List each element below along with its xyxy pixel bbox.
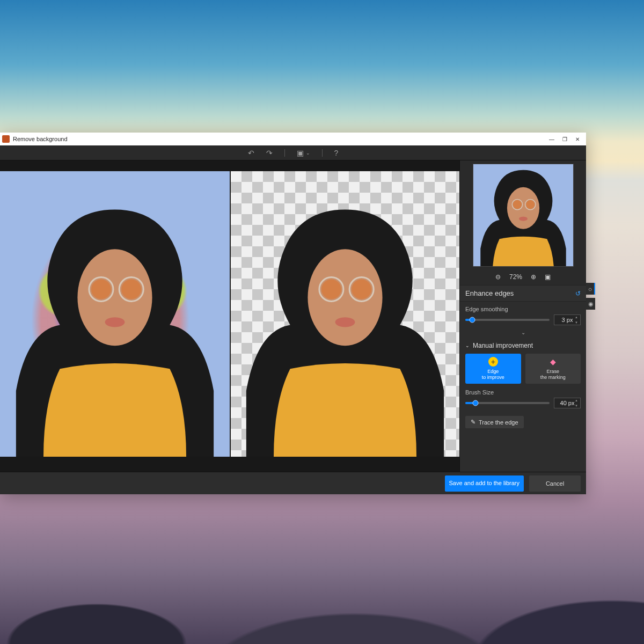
chevron-down-icon: ⌄ bbox=[465, 343, 470, 348]
brush-size-value[interactable]: 40 px ▲▼ bbox=[554, 398, 581, 408]
save-button[interactable]: Save and add to the library bbox=[445, 475, 524, 492]
zoom-out-icon[interactable]: ⊖ bbox=[495, 273, 501, 281]
trace-edge-button[interactable]: ✎ Trace the edge bbox=[465, 416, 524, 428]
maximize-button[interactable]: ❐ bbox=[558, 134, 571, 144]
view-mode-icon[interactable]: ▣ ⌄ bbox=[297, 149, 310, 157]
close-button[interactable]: ✕ bbox=[571, 134, 584, 144]
erase-marking-tool[interactable]: ◆ Erase the marking bbox=[525, 354, 581, 384]
edge-to-improve-tool[interactable]: + Edge to improve bbox=[465, 354, 521, 384]
svg-point-16 bbox=[526, 200, 535, 209]
svg-point-10 bbox=[352, 280, 371, 299]
app-window: Remove background — ❐ ✕ ↶ ↷ ▣ ⌄ ? bbox=[0, 133, 586, 494]
app-icon bbox=[2, 135, 10, 143]
footer-bar: Save and add to the library Cancel bbox=[0, 472, 586, 494]
svg-point-4 bbox=[121, 280, 141, 299]
preview-zoom-controls: ⊖ 72% ⊕ ▣ bbox=[460, 270, 586, 285]
svg-point-3 bbox=[91, 280, 111, 299]
stepper-icon[interactable]: ▲▼ bbox=[575, 316, 579, 324]
desktop-mountains bbox=[0, 472, 644, 644]
manual-improvement-header[interactable]: ⌄ Manual improvement bbox=[465, 340, 581, 354]
navigator-preview[interactable] bbox=[473, 164, 574, 267]
pencil-icon: ✎ bbox=[471, 419, 475, 426]
top-toolbar: ↶ ↷ ▣ ⌄ ? bbox=[0, 145, 586, 160]
canvas-area bbox=[0, 160, 459, 472]
window-title: Remove background bbox=[13, 136, 68, 142]
undo-icon[interactable]: ↶ bbox=[248, 149, 254, 157]
right-panel: ⊖ 72% ⊕ ▣ Enhance edges ↺ Edge smoothing bbox=[459, 160, 586, 472]
plus-circle-icon: + bbox=[488, 357, 498, 367]
expand-chevron-icon[interactable]: ⌄ bbox=[465, 328, 581, 340]
brush-size-slider[interactable] bbox=[465, 402, 550, 404]
subject-right bbox=[231, 171, 459, 457]
cancel-button[interactable]: Cancel bbox=[529, 475, 581, 492]
svg-point-17 bbox=[519, 217, 528, 221]
svg-point-11 bbox=[335, 317, 355, 327]
svg-point-15 bbox=[513, 200, 521, 209]
enhance-edges-title: Enhance edges bbox=[465, 289, 514, 297]
toolbar-separator bbox=[284, 149, 285, 157]
desktop-background: Remove background — ❐ ✕ ↶ ↷ ▣ ⌄ ? bbox=[0, 0, 644, 644]
titlebar: Remove background — ❐ ✕ bbox=[0, 133, 586, 145]
brush-size-label: Brush Size bbox=[465, 389, 581, 396]
eraser-icon: ◆ bbox=[548, 357, 558, 367]
preview-subject bbox=[473, 164, 573, 266]
zoom-fit-icon[interactable]: ▣ bbox=[545, 273, 551, 281]
toolbar-separator bbox=[322, 149, 323, 157]
enhance-edges-header[interactable]: Enhance edges ↺ bbox=[460, 285, 586, 302]
redo-icon[interactable]: ↷ bbox=[266, 149, 273, 157]
edge-smoothing-label: Edge smoothing bbox=[465, 306, 581, 312]
zoom-level: 72% bbox=[509, 273, 522, 281]
minimize-button[interactable]: — bbox=[545, 134, 558, 144]
edge-smoothing-value[interactable]: 3 px ▲▼ bbox=[554, 314, 581, 325]
svg-point-9 bbox=[321, 280, 341, 299]
subject-left bbox=[0, 171, 230, 457]
edge-smoothing-slider[interactable] bbox=[465, 319, 550, 321]
help-icon[interactable]: ? bbox=[334, 149, 339, 157]
reset-icon[interactable]: ↺ bbox=[575, 290, 581, 297]
stepper-icon[interactable]: ▲▼ bbox=[575, 399, 579, 407]
side-tab-a[interactable]: ☼ bbox=[586, 283, 595, 295]
canvas-right-pane[interactable] bbox=[230, 171, 459, 457]
zoom-in-icon[interactable]: ⊕ bbox=[531, 273, 536, 281]
side-tab-b[interactable]: ◉ bbox=[586, 298, 595, 310]
canvas-left-pane[interactable] bbox=[0, 171, 230, 457]
svg-point-5 bbox=[105, 317, 125, 327]
